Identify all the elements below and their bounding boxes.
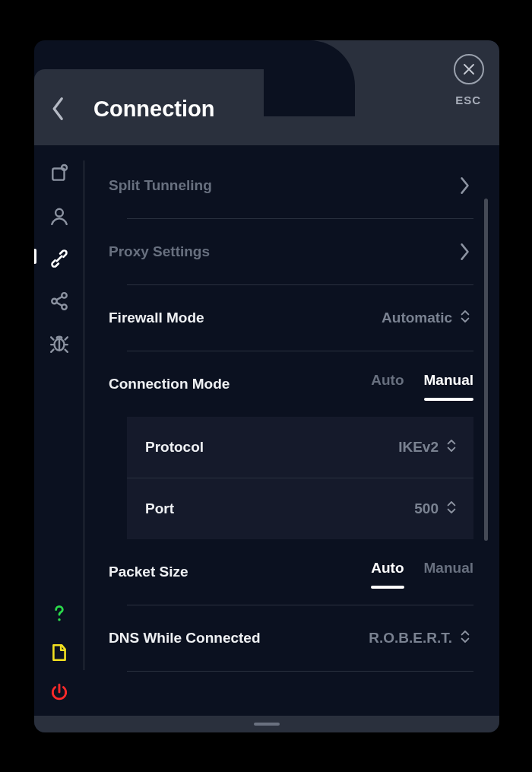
- sidebar-item-debug[interactable]: [48, 332, 71, 355]
- firewall-mode-value: Automatic: [382, 310, 452, 326]
- connection-mode-subpanel: Protocol IKEv2 Port 500: [127, 417, 473, 539]
- updown-icon: [460, 628, 473, 649]
- esc-label: ESC: [455, 94, 481, 106]
- svg-point-1: [62, 165, 67, 170]
- connection-mode-manual[interactable]: Manual: [424, 372, 473, 396]
- svg-point-4: [62, 293, 67, 298]
- packet-size-toggle: Auto Manual: [371, 560, 473, 584]
- settings-sidebar: [34, 145, 84, 716]
- protocol-select[interactable]: IKEv2: [398, 437, 460, 458]
- settings-body: Split Tunneling Proxy Settings Firewall …: [34, 145, 499, 716]
- sidebar-item-help[interactable]: [48, 602, 71, 624]
- sidebar-bottom-group: [34, 602, 84, 704]
- dns-value: R.O.B.E.R.T.: [369, 630, 452, 647]
- updown-icon: [446, 499, 460, 519]
- back-button[interactable]: [51, 95, 72, 125]
- connection-icon: [49, 249, 69, 268]
- row-port: Port 500: [127, 478, 473, 539]
- close-button[interactable]: [454, 54, 484, 84]
- packet-size-manual[interactable]: Manual: [424, 560, 473, 584]
- dns-select[interactable]: R.O.B.E.R.T.: [369, 628, 473, 649]
- chevron-right-icon: [457, 176, 473, 195]
- row-protocol: Protocol IKEv2: [127, 417, 473, 478]
- row-firewall-mode: Firewall Mode Automatic: [109, 285, 473, 351]
- port-label: Port: [145, 500, 174, 517]
- share-icon: [49, 291, 69, 311]
- protocol-label: Protocol: [145, 439, 204, 456]
- scrollbar-thumb[interactable]: [484, 199, 488, 541]
- resize-handle[interactable]: [254, 723, 280, 726]
- packet-size-auto[interactable]: Auto: [371, 560, 404, 584]
- settings-window: ESC Connection: [34, 40, 499, 732]
- plan-icon: [49, 643, 69, 662]
- close-icon: [462, 62, 476, 76]
- port-select[interactable]: 500: [414, 499, 460, 519]
- debug-icon: [49, 334, 69, 354]
- protocol-value: IKEv2: [398, 439, 439, 456]
- row-dns: DNS While Connected R.O.B.E.R.T.: [109, 605, 473, 671]
- sidebar-item-account[interactable]: [48, 205, 71, 227]
- settings-main: Split Tunneling Proxy Settings Firewall …: [84, 145, 490, 716]
- sidebar-item-plan[interactable]: [48, 641, 71, 664]
- power-icon: [49, 682, 69, 702]
- row-split-tunneling[interactable]: Split Tunneling: [109, 153, 473, 218]
- row-connection-mode: Connection Mode Auto Manual: [109, 351, 473, 417]
- general-icon: [49, 164, 69, 183]
- account-icon: [49, 206, 69, 226]
- back-chevron-icon: [51, 95, 66, 122]
- firewall-mode-select[interactable]: Automatic: [382, 308, 473, 329]
- svg-point-5: [62, 304, 67, 310]
- sidebar-item-connection[interactable]: [48, 247, 71, 270]
- connection-mode-toggle: Auto Manual: [371, 372, 473, 396]
- row-packet-size: Packet Size Auto Manual: [109, 539, 473, 605]
- updown-icon: [446, 437, 460, 458]
- help-icon: [49, 603, 69, 623]
- dns-label: DNS While Connected: [109, 630, 261, 647]
- sidebar-item-share[interactable]: [48, 290, 71, 313]
- connection-mode-auto[interactable]: Auto: [371, 372, 404, 396]
- svg-point-7: [58, 618, 60, 621]
- separator: [127, 671, 473, 672]
- split-tunneling-label: Split Tunneling: [109, 177, 212, 194]
- connection-mode-label: Connection Mode: [109, 376, 230, 392]
- svg-point-2: [55, 209, 63, 217]
- updown-icon: [460, 308, 473, 329]
- row-proxy-settings[interactable]: Proxy Settings: [109, 219, 473, 284]
- firewall-mode-label: Firewall Mode: [109, 310, 204, 326]
- packet-size-label: Packet Size: [109, 564, 188, 580]
- sidebar-item-power[interactable]: [48, 681, 71, 704]
- svg-point-3: [52, 299, 57, 304]
- bottom-bar: [34, 716, 499, 732]
- page-title: Connection: [93, 97, 215, 122]
- sidebar-item-general[interactable]: [48, 162, 71, 185]
- proxy-settings-label: Proxy Settings: [109, 243, 210, 260]
- sidebar-top-group: [34, 162, 84, 355]
- chevron-right-icon: [457, 242, 473, 262]
- port-value: 500: [414, 500, 439, 517]
